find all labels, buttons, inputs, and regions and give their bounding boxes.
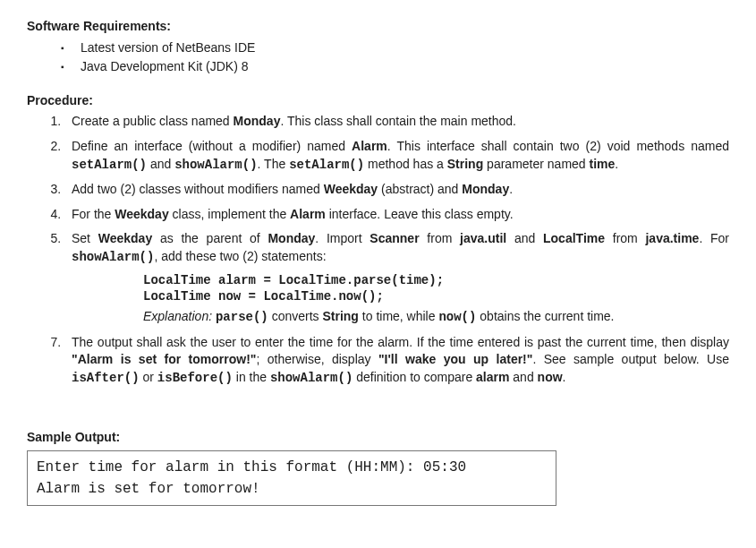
list-item: Latest version of NetBeans IDE <box>54 39 729 57</box>
procedure-step-4: For the Weekday class, implement the Ala… <box>64 206 729 224</box>
class-name: Weekday <box>324 182 378 196</box>
class-name: Scanner <box>370 231 419 245</box>
sample-output-heading: Sample Output: <box>27 429 729 447</box>
package-name: java.util <box>460 231 506 245</box>
class-name: Weekday <box>98 231 152 245</box>
method-name: now() <box>438 310 476 324</box>
package-name: java.time <box>645 231 699 245</box>
class-name: LocalTime <box>543 231 605 245</box>
procedure-step-1: Create a public class named Monday. This… <box>64 113 729 131</box>
output-string: "Alarm is set for tomorrow!" <box>72 352 256 366</box>
software-requirements-heading: Software Requirements: <box>27 18 729 36</box>
sample-line: Enter time for alarm in this format (HH:… <box>37 457 547 478</box>
method-name: showAlarm() <box>72 250 154 264</box>
software-requirements-list: Latest version of NetBeans IDE Java Deve… <box>54 39 729 76</box>
procedure-step-5: Set Weekday as the parent of Monday. Imp… <box>64 230 729 326</box>
code-explanation: Explanation: parse() converts String to … <box>143 308 729 327</box>
procedure-list: Create a public class named Monday. This… <box>38 113 729 387</box>
output-string: "I'll wake you up later!" <box>378 352 532 366</box>
procedure-step-2: Define an interface (without a modifier)… <box>64 138 729 174</box>
list-item: Java Development Kit (JDK) 8 <box>54 58 729 76</box>
procedure-step-3: Add two (2) classes without modifiers na… <box>64 181 729 199</box>
class-name: Weekday <box>115 207 168 221</box>
type-name: String <box>447 157 483 171</box>
method-name: isBefore() <box>157 371 233 385</box>
method-name: showAlarm() <box>270 371 353 385</box>
method-name: showAlarm() <box>174 158 257 172</box>
var-name: now <box>538 370 563 384</box>
procedure-step-7: The output shall ask the user to enter t… <box>64 334 729 388</box>
method-name: isAfter() <box>72 371 140 385</box>
sample-line: Alarm is set for tomorrow! <box>37 478 547 500</box>
procedure-heading: Procedure: <box>27 92 729 110</box>
method-name: parse() <box>216 310 268 324</box>
sample-output-box: Enter time for alarm in this format (HH:… <box>27 450 556 506</box>
var-name: alarm <box>476 370 509 384</box>
method-name: setAlarm() <box>289 158 364 172</box>
code-block: LocalTime alarm = LocalTime.parse(time);… <box>143 272 729 304</box>
class-name: Monday <box>268 231 315 245</box>
interface-name: Alarm <box>290 207 326 221</box>
class-name: Monday <box>462 182 509 196</box>
method-name: setAlarm() <box>72 158 147 172</box>
interface-name: Alarm <box>352 139 387 153</box>
param-name: time <box>590 157 616 171</box>
type-name: String <box>322 309 358 323</box>
class-name: Monday <box>234 114 281 128</box>
